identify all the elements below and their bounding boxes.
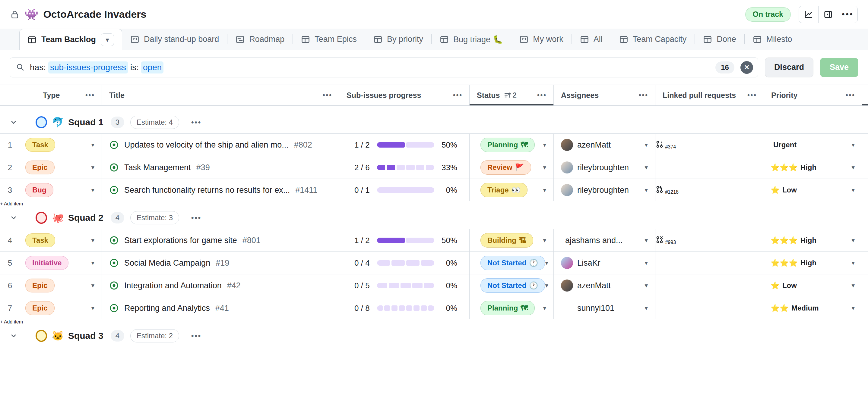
avatar[interactable] <box>561 257 573 269</box>
chevron-down-icon[interactable]: ▾ <box>851 186 855 194</box>
priority-badge[interactable]: Urgent <box>764 138 803 152</box>
avatar[interactable] <box>561 162 573 173</box>
insights-button[interactable] <box>799 6 818 23</box>
tab-team-capacity[interactable]: Team Capacity <box>611 29 695 50</box>
column-menu-icon[interactable]: ••• <box>537 91 547 99</box>
column-header-progress[interactable]: Sub-issues progress ••• <box>339 85 470 105</box>
chevron-down-icon[interactable]: ▾ <box>91 186 94 194</box>
discard-button[interactable]: Discard <box>765 58 813 77</box>
chevron-down-icon[interactable]: ▾ <box>645 282 648 289</box>
chevron-down-icon[interactable]: ▾ <box>851 282 855 289</box>
priority-badge[interactable]: ⭐⭐Medium <box>764 301 826 315</box>
column-header-linked-prs[interactable]: Linked pull requests ••• <box>655 85 764 105</box>
column-header-priority[interactable]: Priority ••• <box>764 85 862 105</box>
chevron-down-icon[interactable]: ▾ <box>91 141 94 148</box>
chevron-down-icon[interactable]: ▾ <box>851 141 855 148</box>
kebab-icon[interactable]: ••• <box>191 213 202 222</box>
type-badge[interactable]: Initiative <box>25 256 68 270</box>
tab-bug-triage[interactable]: Bug triage 🐛 <box>432 29 511 50</box>
chevron-down-icon[interactable]: ▾ <box>543 237 546 244</box>
avatar[interactable] <box>561 302 573 314</box>
tab-milestones[interactable]: Milesto <box>745 29 801 50</box>
status-badge[interactable]: Not Started🕐 <box>480 256 545 270</box>
column-menu-icon[interactable]: ••• <box>747 91 757 99</box>
filter-input[interactable]: has: sub-issues-progress is: open 16 ✕ <box>10 58 758 77</box>
assignee-name[interactable]: azenMatt <box>577 281 611 290</box>
priority-badge[interactable]: ⭐⭐⭐High <box>764 256 823 270</box>
tab-team-backlog[interactable]: Team Backlog ▾ <box>19 29 122 50</box>
type-badge[interactable]: Task <box>25 233 55 247</box>
chevron-down-icon[interactable]: ▾ <box>645 259 648 267</box>
tab-my-work[interactable]: My work <box>511 29 571 50</box>
chevron-down-icon[interactable]: ▾ <box>543 164 546 171</box>
chevron-down-icon[interactable]: ▾ <box>543 305 546 312</box>
chevron-down-icon[interactable]: ▾ <box>851 237 855 244</box>
column-header-clipped[interactable] <box>862 85 868 105</box>
chevron-down-icon[interactable]: ▾ <box>645 186 648 194</box>
priority-badge[interactable]: ⭐⭐⭐High <box>764 161 823 174</box>
tab-all[interactable]: All <box>572 29 611 50</box>
priority-badge[interactable]: ⭐Low <box>764 279 803 293</box>
kebab-icon[interactable]: ••• <box>191 332 202 340</box>
chevron-down-icon[interactable]: ▾ <box>851 259 855 267</box>
priority-badge[interactable]: ⭐⭐⭐High <box>764 233 823 247</box>
chevron-down-icon[interactable]: ▾ <box>543 141 546 148</box>
column-menu-icon[interactable]: ••• <box>85 91 95 99</box>
column-header-type[interactable]: Type ••• <box>0 85 102 105</box>
chevron-down-icon[interactable] <box>9 213 18 222</box>
tab-options-button[interactable]: ▾ <box>101 33 114 46</box>
tab-by-priority[interactable]: By priority <box>365 29 431 50</box>
tab-daily-standup-board[interactable]: Daily stand-up board <box>122 29 227 50</box>
title-cell[interactable]: Integration and Automation #42 <box>102 274 339 297</box>
type-badge[interactable]: Epic <box>25 279 55 293</box>
chevron-down-icon[interactable]: ▾ <box>543 186 546 194</box>
tab-team-epics[interactable]: Team Epics <box>293 29 365 50</box>
kebab-menu-button[interactable]: ••• <box>838 6 858 23</box>
chevron-down-icon[interactable] <box>9 331 18 340</box>
chevron-down-icon[interactable]: ▾ <box>645 164 648 171</box>
status-badge[interactable]: Not Started🕐 <box>480 278 545 293</box>
type-badge[interactable]: Bug <box>25 183 53 197</box>
avatar[interactable] <box>561 139 573 151</box>
column-menu-icon[interactable]: ••• <box>846 91 855 99</box>
assignee-name[interactable]: sunnyi101 <box>577 304 614 313</box>
chevron-down-icon[interactable]: ▾ <box>545 259 548 267</box>
chevron-down-icon[interactable]: ▾ <box>91 305 94 312</box>
column-header-assignees[interactable]: Assignees ••• <box>554 85 655 105</box>
chevron-down-icon[interactable] <box>9 118 18 127</box>
type-badge[interactable]: Task <box>25 138 55 152</box>
status-badge[interactable]: On track <box>745 7 791 22</box>
chevron-down-icon[interactable]: ▾ <box>91 282 94 289</box>
status-badge[interactable]: Planning🗺 <box>480 138 535 152</box>
clear-filter-button[interactable]: ✕ <box>740 61 753 74</box>
add-item-button[interactable]: + Add item <box>0 319 868 325</box>
title-cell[interactable]: Start explorations for game site #801 <box>102 229 339 251</box>
assignee-name[interactable]: LisaKr <box>577 259 600 268</box>
type-badge[interactable]: Epic <box>25 301 55 315</box>
add-item-button[interactable]: + Add item <box>0 201 868 207</box>
pr-link[interactable]: #993 <box>655 236 676 245</box>
chevron-down-icon[interactable]: ▾ <box>545 282 548 289</box>
assignee-name[interactable]: rileybroughten <box>577 185 629 195</box>
avatar[interactable] <box>561 279 573 292</box>
priority-badge[interactable]: ⭐Low <box>764 183 803 197</box>
chevron-down-icon[interactable]: ▾ <box>851 305 855 312</box>
title-cell[interactable]: Updates to velocity of the ship and alie… <box>102 134 339 156</box>
title-cell[interactable]: Social Media Campaign #19 <box>102 252 339 274</box>
kebab-icon[interactable]: ••• <box>191 118 202 127</box>
status-badge[interactable]: Building🏗 <box>480 233 533 247</box>
assignee-name[interactable]: ajashams and... <box>565 236 623 245</box>
column-header-status[interactable]: Status 2 ••• <box>470 85 554 105</box>
title-cell[interactable]: Search functionality returns no results … <box>102 179 339 201</box>
column-header-title[interactable]: Title ••• <box>102 85 339 105</box>
pr-link[interactable]: #374 <box>655 140 676 150</box>
chevron-down-icon[interactable]: ▾ <box>645 141 648 148</box>
type-badge[interactable]: Epic <box>25 161 55 174</box>
status-badge[interactable]: Review🚩 <box>480 160 531 175</box>
chevron-down-icon[interactable]: ▾ <box>91 164 94 171</box>
tab-done[interactable]: Done <box>695 29 744 50</box>
column-menu-icon[interactable]: ••• <box>453 91 463 99</box>
chevron-down-icon[interactable]: ▾ <box>91 237 94 244</box>
column-menu-icon[interactable]: ••• <box>639 91 648 99</box>
column-menu-icon[interactable]: ••• <box>323 91 332 99</box>
